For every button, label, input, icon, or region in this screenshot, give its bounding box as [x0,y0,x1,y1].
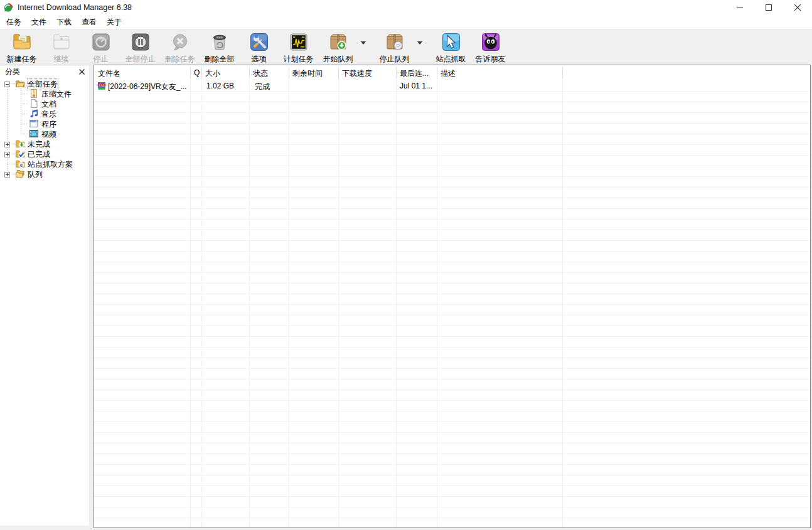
close-button[interactable] [783,0,812,15]
start-queue-icon [328,32,348,52]
table-header: 文件名Q大小状态剩余时间下载速度最后连...描述 [94,65,810,81]
panel-close-icon[interactable] [78,68,85,75]
column-header-name[interactable]: 文件名 [98,68,120,79]
column-separator[interactable] [201,67,202,79]
toolbar-label-start-queue: 开始队列 [323,54,353,65]
toolbar-label-resume: 继续 [54,54,69,65]
caret-down-icon [361,41,366,45]
toolbar-label-scheduler: 计划任务 [284,54,314,65]
column-header-speed[interactable]: 下载速度 [342,68,372,79]
expander-minus-icon[interactable] [4,80,10,86]
tree-connector [21,114,28,114]
sidebar-item-unfinished[interactable]: 未完成 [0,139,89,149]
categories-title: 分类 [5,66,20,77]
sidebar-item-programs[interactable]: 程序 [0,119,89,129]
category-tree: 全部任务压缩文件文档音乐程序视频未完成已完成e站点抓取方案队列 [0,77,89,179]
toolbar-button-stop-all: 全部停止 [120,32,160,65]
stop-icon [91,32,111,52]
toolbar-label-site-grabber: 站点抓取 [436,54,466,65]
maximize-icon [766,4,772,11]
toolbar-button-scheduler[interactable]: 计划任务 [279,32,318,65]
queues-icon [15,169,25,179]
toolbar-button-delete-all[interactable]: 删除全部 [200,32,239,65]
sidebar-item-grabber-projects[interactable]: e站点抓取方案 [0,159,89,169]
toolbar-label-options: 选项 [252,54,267,65]
sidebar-item-all-tasks[interactable]: 全部任务 [0,78,89,88]
start-queue-dropdown-button[interactable] [358,32,369,53]
toolbar-button-start-queue[interactable]: 开始队列 [318,32,358,65]
expander-plus-icon[interactable] [4,171,10,176]
menu-file[interactable]: 文件 [28,16,50,29]
toolbar: 新建任务继续停止全部停止删除任务删除全部选项计划任务开始队列停止队列站点抓取告诉… [0,29,812,65]
minimize-button[interactable] [725,0,754,15]
expander-plus-icon[interactable] [4,140,10,146]
column-header-size[interactable]: 大小 [205,68,220,79]
menu-tasks[interactable]: 任务 [3,16,25,29]
content-area: 分类 全部任务压缩文件文档音乐程序视频未完成已完成e站点抓取方案队列 文件名Q大… [0,65,812,530]
toolbar-button-stop-queue[interactable]: 停止队列 [375,32,414,65]
sidebar-item-queues[interactable]: 队列 [0,169,89,179]
stop-queue-icon [385,32,405,52]
scheduler-icon [289,32,309,52]
cell-size: 1.02 GB [206,82,234,90]
maximize-button[interactable] [754,0,783,15]
toolbar-button-options[interactable]: 选项 [239,32,279,65]
column-separator[interactable] [190,67,191,79]
toolbar-label-stop: 停止 [93,54,109,65]
window-controls [725,0,812,15]
sidebar-item-video[interactable]: 视频 [0,129,89,139]
toolbar-button-site-grabber[interactable]: 站点抓取 [431,32,471,65]
grid-column-line [437,81,437,527]
tree-guide-line [21,88,21,135]
tree-guide-line [7,83,8,174]
toolbar-button-new-task[interactable]: 新建任务 [2,32,41,65]
rar-file-icon [97,82,106,90]
expander-plus-icon[interactable] [4,151,10,156]
sidebar-item-finished[interactable]: 已完成 [0,149,89,159]
column-separator[interactable] [338,67,339,79]
stop-queue-dropdown-button[interactable] [414,32,425,53]
archive-icon [29,88,39,98]
menu-about[interactable]: 关于 [103,16,126,29]
minimize-icon [737,4,744,11]
cell-name: [2022-06-29]VR女友_... [108,82,186,92]
categories-header: 分类 [0,66,89,77]
document-icon [29,98,39,109]
toolbar-button-stop: 停止 [81,32,120,65]
cell-status: 完成 [255,82,270,92]
column-header-status[interactable]: 状态 [253,68,268,79]
new-task-icon [12,32,32,52]
column-header-description[interactable]: 描述 [441,68,456,79]
column-header-time-left[interactable]: 剩余时间 [292,68,323,79]
table-body: [2022-06-29]VR女友_...1.02 GB完成Jul 01 1... [94,81,810,527]
idm-logo-icon [3,3,13,13]
grabber-folder-icon: e [15,159,25,169]
sidebar-item-music[interactable]: 音乐 [0,109,89,119]
grid-column-line [289,81,289,527]
column-separator[interactable] [249,67,250,79]
column-separator[interactable] [289,67,289,79]
column-header-last-try[interactable]: 最后连... [400,68,429,79]
close-icon [794,4,801,11]
column-separator[interactable] [562,67,563,79]
categories-panel: 分类 全部任务压缩文件文档音乐程序视频未完成已完成e站点抓取方案队列 [0,65,93,530]
download-row[interactable]: [2022-06-29]VR女友_...1.02 GB完成Jul 01 1... [94,81,810,92]
grid-column-line [396,81,397,527]
column-header-q[interactable]: Q [194,68,200,77]
toolbar-label-stop-queue: 停止队列 [380,54,410,65]
menu-view[interactable]: 查看 [78,16,100,29]
program-icon [29,119,39,129]
toolbar-label-tell-friends: 告诉朋友 [476,54,506,65]
column-separator[interactable] [437,67,437,79]
column-separator[interactable] [396,67,397,79]
tree-connector [21,93,28,94]
video-icon [29,129,39,139]
menu-downloads[interactable]: 下载 [53,16,75,29]
toolbar-button-tell-friends[interactable]: 告诉朋友 [471,32,510,65]
toolbar-button-delete-task: 删除任务 [160,32,200,65]
sidebar-item-documents[interactable]: 文档 [0,98,89,109]
sidebar-item-compressed[interactable]: 压缩文件 [0,88,89,98]
svg-text:e: e [20,162,23,168]
cell-last-try: Jul 01 1... [400,82,432,90]
tree-connector [7,164,15,164]
